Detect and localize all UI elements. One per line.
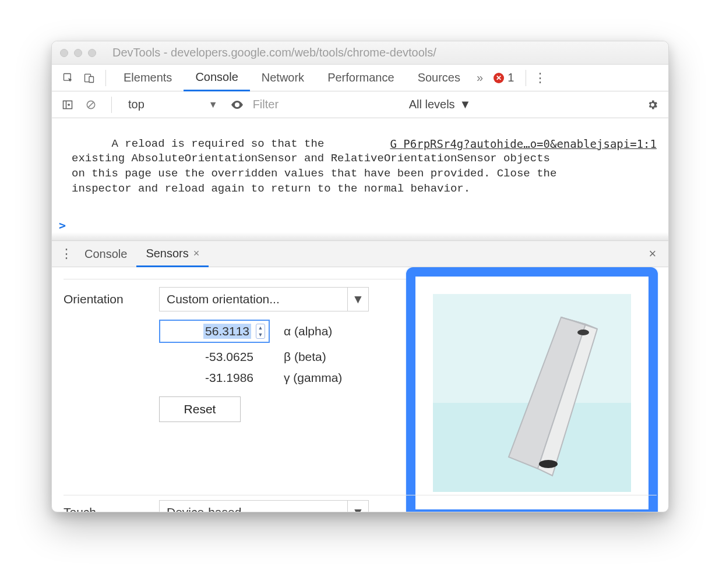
execution-context-select[interactable]: top ▼: [124, 98, 223, 111]
beta-label: β (beta): [284, 350, 348, 364]
console-settings-icon[interactable]: [644, 96, 661, 114]
tab-console[interactable]: Console: [184, 65, 249, 91]
minimize-window-button[interactable]: [74, 49, 82, 57]
svg-point-9: [577, 330, 589, 335]
console-toolbar: top ▼ All levels ▼: [52, 91, 668, 118]
context-value: top: [128, 98, 145, 111]
zoom-window-button[interactable]: [88, 49, 96, 57]
touch-row: Touch Device-based ▼: [64, 500, 657, 512]
drawer-tab-sensors[interactable]: Sensors ×: [136, 242, 209, 267]
device-model-icon: [433, 294, 631, 492]
touch-select-value: Device-based: [167, 505, 241, 512]
touch-label: Touch: [64, 505, 145, 512]
msg-text: inspector and reload again to return to …: [72, 182, 470, 195]
divider: [111, 97, 112, 113]
filter-field[interactable]: [252, 96, 403, 114]
console-message: G P6rpRSr4g?autohide…o=0&enablejsapi=1:1…: [52, 118, 668, 215]
drawer-tabbar: ⋮ Console Sensors × ×: [52, 240, 668, 267]
number-stepper[interactable]: ▲▼: [256, 324, 265, 339]
reset-label: Reset: [184, 402, 216, 416]
more-menu-icon[interactable]: ⋮: [532, 70, 549, 86]
tab-performance[interactable]: Performance: [316, 65, 406, 91]
touch-select[interactable]: Device-based ▼: [159, 500, 369, 512]
divider: [64, 495, 657, 495]
live-expression-icon[interactable]: [228, 96, 246, 114]
divider: [526, 70, 526, 86]
drawer-more-icon[interactable]: ⋮: [58, 246, 75, 261]
clear-console-icon[interactable]: [82, 96, 100, 114]
toggle-device-toolbar-icon[interactable]: [79, 68, 100, 88]
close-tab-icon[interactable]: ×: [193, 247, 200, 260]
main-tabbar: Elements Console Network Performance Sou…: [52, 65, 668, 91]
reset-button[interactable]: Reset: [159, 396, 241, 422]
orientation-label: Orientation: [64, 292, 145, 306]
console-prompt[interactable]: >: [52, 215, 668, 233]
tab-elements[interactable]: Elements: [112, 65, 184, 91]
alpha-value: 56.3113: [203, 324, 251, 339]
console-body: G P6rpRSr4g?autohide…o=0&enablejsapi=1:1…: [52, 118, 668, 240]
gamma-value[interactable]: -31.1986: [159, 371, 270, 385]
svg-rect-2: [89, 76, 94, 82]
tab-sources[interactable]: Sources: [406, 65, 472, 91]
source-link[interactable]: G P6rpRSr4g?autohide…o=0&enablejsapi=1:1: [390, 137, 657, 152]
error-count: 1: [508, 71, 514, 84]
devtools-window: DevTools - developers.google.com/web/too…: [51, 41, 669, 512]
svg-point-5: [236, 104, 238, 106]
drawer-tab-console[interactable]: Console: [75, 241, 136, 267]
window-title: DevTools - developers.google.com/web/too…: [110, 46, 660, 59]
prompt-caret-icon: >: [59, 218, 66, 232]
close-window-button[interactable]: [60, 49, 68, 57]
gamma-label: γ (gamma): [284, 371, 348, 385]
error-badge[interactable]: ✕ 1: [488, 71, 520, 84]
alpha-label: α (alpha): [284, 324, 348, 338]
chevron-down-icon: ▼: [460, 98, 471, 111]
divider: [105, 70, 106, 86]
drawer-tab-label: Sensors: [146, 247, 188, 260]
msg-text: on this page use the overridden values t…: [72, 167, 556, 180]
shadow: [52, 232, 668, 240]
tab-label: Performance: [327, 71, 394, 84]
tab-label: Elements: [124, 71, 172, 84]
chevron-down-icon: ▼: [347, 501, 368, 512]
beta-value[interactable]: -53.0625: [159, 350, 270, 364]
svg-point-10: [539, 460, 558, 468]
orientation-preview[interactable]: [433, 294, 631, 492]
close-drawer-icon[interactable]: ×: [643, 246, 662, 261]
titlebar: DevTools - developers.google.com/web/too…: [52, 41, 668, 65]
toggle-console-sidebar-icon[interactable]: [59, 96, 76, 114]
orientation-preview-highlight: [406, 267, 658, 512]
tab-label: Console: [195, 70, 238, 84]
drawer-tab-label: Console: [84, 247, 127, 261]
tabs-overflow-icon[interactable]: »: [472, 71, 488, 84]
orientation-select-value: Custom orientation...: [167, 292, 280, 306]
tab-network[interactable]: Network: [250, 65, 316, 91]
levels-label: All levels: [409, 98, 455, 111]
msg-text: existing AbsoluteOrientationSensor and R…: [72, 152, 550, 165]
orientation-select[interactable]: Custom orientation... ▼: [159, 287, 369, 311]
filter-input[interactable]: [252, 96, 403, 114]
sensors-panel: Orientation Custom orientation... ▼ 56.3…: [52, 267, 668, 512]
alpha-input[interactable]: 56.3113 ▲▼: [159, 320, 270, 343]
tab-label: Sources: [418, 71, 460, 84]
log-levels-select[interactable]: All levels ▼: [409, 98, 471, 111]
inspect-element-icon[interactable]: [58, 68, 79, 88]
tab-label: Network: [262, 71, 304, 84]
traffic-lights: [60, 49, 96, 57]
error-icon: ✕: [494, 73, 504, 83]
chevron-down-icon: ▼: [347, 288, 368, 311]
msg-text: A reload is required so that the: [111, 137, 330, 150]
chevron-down-icon: ▼: [209, 100, 218, 110]
